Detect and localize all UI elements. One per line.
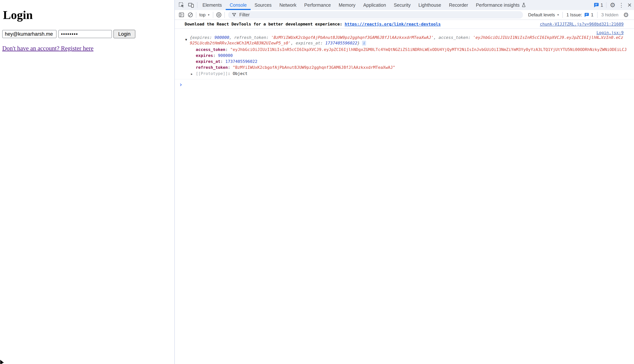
property-row: access_token: "eyJhbGciOiJIUzI1NiIsInR5c… (190, 47, 633, 52)
tab-recorder[interactable]: Recorder (445, 0, 472, 10)
divider (562, 12, 563, 18)
react-devtools-message: Download the React DevTools for a better… (184, 22, 441, 27)
console-object-log-row: ▼ Login.jsx:9 {expires: 900000, refresh_… (175, 29, 634, 80)
prompt-chevron-icon: › (179, 81, 182, 88)
devtools-panel: Elements Console Sources Network Perform… (174, 0, 634, 364)
login-button[interactable]: Login (114, 30, 135, 38)
eye-icon (216, 12, 222, 18)
tab-network[interactable]: Network (276, 0, 300, 10)
react-devtools-link[interactable]: https://reactjs.org/link/react-devtools (345, 22, 441, 26)
issues-bubble-icon (594, 2, 599, 8)
property-row: refresh_token: "BzMYiIWUxK2cbgofAjPbAnut… (190, 64, 633, 70)
mouse-cursor-icon (0, 359, 6, 364)
register-link[interactable]: Don't have an account? Register here (2, 45, 94, 52)
spacer (530, 0, 592, 10)
tab-elements[interactable]: Elements (198, 0, 226, 10)
console-prompt[interactable]: › (175, 80, 634, 88)
issues-bubble-icon (584, 12, 589, 18)
close-icon: × (628, 1, 632, 9)
tab-sources[interactable]: Sources (251, 0, 276, 10)
console-message-row: Download the React DevTools for a better… (175, 20, 634, 29)
tab-memory[interactable]: Memory (335, 0, 359, 10)
tab-performance-insights[interactable]: Performance insights (472, 0, 530, 10)
tab-console[interactable]: Console (226, 0, 251, 10)
prototype-row[interactable]: ▶[[Prototype]]: Object (190, 70, 624, 77)
register-row: Don't have an account? Register here (2, 45, 174, 52)
live-expression-button[interactable] (214, 12, 223, 18)
source-link-chunk[interactable]: chunk-VIJJTZRL.js?v=960bd321:21609 (540, 22, 624, 27)
tab-application[interactable]: Application (360, 0, 390, 10)
context-selector[interactable]: top ▼ (198, 12, 212, 18)
source-link-login-jsx[interactable]: Login.jsx:9 (596, 30, 624, 35)
clear-console-icon (188, 12, 193, 18)
divider (606, 2, 606, 8)
log-levels-selector[interactable]: Default levels ▼ (526, 12, 561, 18)
close-devtools-button[interactable]: × (625, 0, 634, 10)
sidebar-toggle-icon (178, 12, 184, 18)
gear-icon: ⚙ (610, 1, 616, 9)
info-icon[interactable]: i (362, 41, 366, 46)
chevron-down-icon: ▼ (207, 14, 210, 16)
issues-badge[interactable]: 1 (592, 0, 605, 10)
device-toolbar-button[interactable] (186, 0, 196, 10)
inspect-element-button[interactable] (177, 0, 186, 10)
devtools-tabbar: Elements Console Sources Network Perform… (175, 0, 634, 10)
more-options-button[interactable]: ⋮ (618, 0, 625, 10)
issues-counter[interactable]: 1 Issue: 1 (564, 12, 596, 18)
filter-placeholder: Filter (239, 12, 250, 18)
tab-performance[interactable]: Performance (300, 0, 335, 10)
login-page: Login Login Don't have an account? Regis… (0, 0, 174, 364)
login-form: Login (2, 30, 174, 38)
expand-caret-icon[interactable]: ▼ (185, 38, 187, 42)
divider (213, 12, 213, 18)
clear-console-button[interactable] (186, 12, 195, 18)
tab-security[interactable]: Security (390, 0, 414, 10)
tab-lighthouse[interactable]: Lighthouse (414, 0, 445, 10)
experiment-flask-icon (521, 2, 526, 8)
console-sidebar-toggle-button[interactable] (177, 12, 186, 18)
console-filter-input[interactable]: Filter (228, 11, 523, 18)
screen: Login Login Don't have an account? Regis… (0, 0, 634, 364)
divider (597, 12, 598, 18)
divider (224, 12, 225, 18)
property-row: expires_at: 1737405596022 (190, 58, 633, 64)
console-messages: Download the React DevTools for a better… (175, 20, 634, 364)
settings-button[interactable]: ⚙ (608, 0, 618, 10)
console-toolbar: top ▼ Filter (175, 10, 634, 20)
email-field[interactable] (2, 30, 56, 38)
filter-funnel-icon (232, 12, 237, 18)
gear-icon: ⚙ (623, 11, 629, 18)
console-settings-button[interactable]: ⚙ (621, 11, 631, 18)
property-row: expires: 900000 (190, 52, 633, 58)
inspect-cursor-icon (178, 2, 184, 8)
object-properties: access_token: "eyJhbGciOiJIUzI1NiIsInR5c… (190, 47, 624, 77)
password-field[interactable] (58, 30, 112, 38)
divider (197, 2, 198, 8)
page-title: Login (3, 8, 174, 22)
collapsed-caret-icon: ▶ (191, 71, 196, 77)
kebab-menu-icon: ⋮ (618, 2, 624, 8)
hidden-messages-label: 3 hidden (599, 12, 621, 18)
object-preview[interactable]: {expires: 900000, refresh_token: 'BzMYiI… (190, 35, 624, 46)
issues-badge-count: 1 (600, 2, 603, 8)
device-toolbar-icon (188, 2, 194, 8)
chevron-down-icon: ▼ (557, 14, 560, 16)
divider (196, 12, 196, 18)
